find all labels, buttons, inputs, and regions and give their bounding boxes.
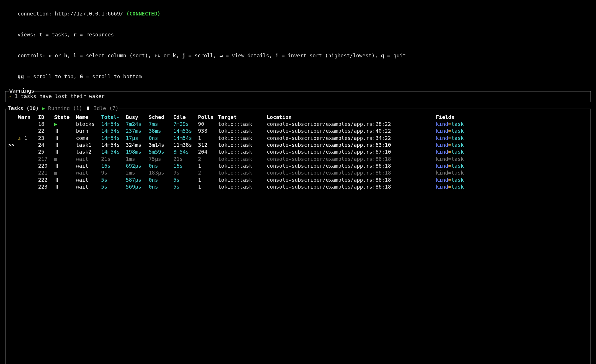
key-k[interactable]: k <box>173 52 176 58</box>
key-gg[interactable]: gg <box>17 73 24 79</box>
col-sel <box>8 114 18 121</box>
table-header-row: Warn ID State Name Total▾ Busy Sched Idl… <box>8 114 466 121</box>
cell-location: console-subscriber/examples/app.rs:28:22 <box>267 121 436 128</box>
table-row[interactable]: 25⏸task214m54s198ms5m59s8m54s204tokio::t… <box>8 148 466 155</box>
cell-fields: kind=task <box>436 183 466 190</box>
cell-polls: 1 <box>198 163 218 169</box>
cell-sel <box>8 148 18 155</box>
key-j[interactable]: j <box>182 52 185 58</box>
key-q[interactable]: q <box>381 52 384 58</box>
cell-target: tokio::task <box>218 128 267 134</box>
cell-name: wait <box>76 163 101 169</box>
cell-id: 24 <box>38 142 54 148</box>
key-enter[interactable]: ↵ <box>219 52 223 58</box>
field-eq: = <box>448 128 451 134</box>
cell-warn: ⚠ 1 <box>18 135 38 142</box>
key-left-right[interactable]: ↔ <box>49 52 52 58</box>
desc-big-g: = scroll to bottom <box>83 73 142 79</box>
cell-sched: 5m59s <box>149 148 173 155</box>
state-icon: ⏸ <box>54 163 59 169</box>
cell-location: console-subscriber/examples/app.rs:86:18 <box>267 156 436 163</box>
cell-state: ⏸ <box>54 177 76 183</box>
table-row[interactable]: 223⏸wait5s569µs0ns5s1tokio::taskconsole-… <box>8 183 466 190</box>
field-eq: = <box>448 135 451 141</box>
cell-state: ⏸ <box>54 148 76 155</box>
cell-sel <box>8 169 18 176</box>
field-val: task <box>451 163 464 169</box>
col-state[interactable]: State <box>54 114 76 121</box>
cell-total: 14m54s <box>101 135 126 142</box>
col-total[interactable]: Total▾ <box>101 114 126 121</box>
field-key: kind <box>436 184 448 190</box>
cell-total: 14m54s <box>101 121 126 128</box>
warn-count: 1 <box>24 135 28 141</box>
col-polls[interactable]: Polls <box>198 114 218 121</box>
sort-indicator-icon: ▾ <box>117 115 119 120</box>
state-icon: ⏸ <box>54 184 59 190</box>
table-row[interactable]: ⚠ 123⏸coma14m54s17µs0ns14m54s1tokio::tas… <box>8 135 466 142</box>
cell-sel <box>8 163 18 169</box>
cell-id: 223 <box>38 183 54 190</box>
key-up-down[interactable]: ↑↓ <box>154 52 160 58</box>
col-sched[interactable]: Sched <box>149 114 173 121</box>
cell-warn <box>18 148 38 155</box>
cell-busy: 324ms <box>126 142 149 148</box>
row-selector <box>8 177 15 183</box>
running-icon: ▶ <box>42 105 45 111</box>
cell-id: 23 <box>38 135 54 142</box>
cell-location: console-subscriber/examples/app.rs:67:10 <box>267 148 436 155</box>
cell-sel <box>8 121 18 128</box>
key-big-g[interactable]: G <box>80 73 83 79</box>
state-icon: ⏸ <box>54 177 59 183</box>
row-selector <box>8 163 15 169</box>
cell-sched: 0ns <box>149 177 173 183</box>
table-row[interactable]: 22⏸burn14m54s237ms38ms14m53s938tokio::ta… <box>8 128 466 134</box>
col-name[interactable]: Name <box>76 114 101 121</box>
cell-total: 16s <box>101 163 126 169</box>
state-icon: ■ <box>54 170 57 176</box>
col-idle[interactable]: Idle <box>173 114 198 121</box>
cell-sel <box>8 183 18 190</box>
views-key-t[interactable]: t <box>39 32 42 38</box>
table-row[interactable]: 220⏸wait16s692µs0ns16s1tokio::taskconsol… <box>8 163 466 169</box>
connection-label: connection: <box>17 11 55 17</box>
table-row[interactable]: 217■wait21s1ms75µs21s2tokio::taskconsole… <box>8 156 466 163</box>
col-busy[interactable]: Busy <box>126 114 149 121</box>
field-val: task <box>451 170 464 176</box>
cell-target: tokio::task <box>218 169 267 176</box>
cell-sel <box>8 156 18 163</box>
cell-name: wait <box>76 183 101 190</box>
state-icon: ▶ <box>54 121 57 127</box>
table-row[interactable]: 221■wait9s2ms183µs9s2tokio::taskconsole-… <box>8 169 466 176</box>
cell-location: console-subscriber/examples/app.rs:86:18 <box>267 177 436 183</box>
desc-quit: = quit <box>384 52 406 58</box>
cell-polls: 1 <box>198 177 218 183</box>
warning-row: ⚠ 1 tasks have lost their waker <box>8 93 588 100</box>
cell-sched: 0ns <box>149 135 173 142</box>
row-selector <box>8 184 15 190</box>
cell-sched: 38ms <box>149 128 173 134</box>
connection-line: connection: http://127.0.0.1:6669/ (CONN… <box>5 3 591 24</box>
cell-target: tokio::task <box>218 148 267 155</box>
table-row[interactable]: 18▶blocks14m54s7m24s7ms7m29s90tokio::tas… <box>8 121 466 128</box>
cell-sched: 0ns <box>149 163 173 169</box>
idle-count: 7 <box>112 105 115 111</box>
cell-id: 220 <box>38 163 54 169</box>
table-row[interactable]: >>24⏸task114m54s324ms3m14s11m38s312tokio… <box>8 142 466 148</box>
key-l[interactable]: l <box>73 52 77 58</box>
cell-polls: 1 <box>198 183 218 190</box>
col-id[interactable]: ID <box>38 114 54 121</box>
key-i[interactable]: i <box>275 52 279 58</box>
col-fields[interactable]: Fields <box>436 114 466 121</box>
cell-id: 18 <box>38 121 54 128</box>
cell-sched: 75µs <box>149 156 173 163</box>
col-location[interactable]: Location <box>267 114 436 121</box>
col-target[interactable]: Target <box>218 114 267 121</box>
state-icon: ⏸ <box>54 135 59 141</box>
cell-fields: kind=task <box>436 121 466 128</box>
key-h[interactable]: h <box>64 52 67 58</box>
table-row[interactable]: 222⏸wait5s587µs0ns5s1tokio::taskconsole-… <box>8 177 466 183</box>
col-warn[interactable]: Warn <box>18 114 38 121</box>
tasks-table[interactable]: Warn ID State Name Total▾ Busy Sched Idl… <box>8 114 466 190</box>
views-key-r[interactable]: r <box>73 32 77 38</box>
